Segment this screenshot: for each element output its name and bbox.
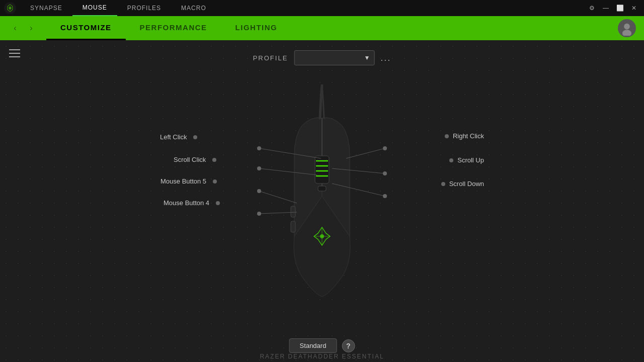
- title-bar-controls: ⚙ — ⬜ ✕: [586, 2, 640, 14]
- menu-line-1: [9, 49, 20, 50]
- svg-point-17: [320, 234, 324, 238]
- device-name: RAZER DEATHADDER ESSENTIAL: [260, 353, 384, 360]
- mouse-button-4-label[interactable]: Mouse Button 4: [164, 198, 220, 207]
- svg-line-22: [259, 191, 297, 203]
- profile-label: PROFILE: [253, 54, 288, 62]
- svg-line-20: [259, 168, 317, 175]
- svg-line-28: [332, 168, 385, 173]
- svg-point-1: [9, 7, 11, 9]
- right-click-label[interactable]: Right Click: [445, 132, 484, 140]
- help-button[interactable]: ?: [342, 339, 355, 352]
- tab-customize[interactable]: CUSTOMIZE: [46, 16, 126, 40]
- title-nav-profiles[interactable]: PROFILES: [117, 0, 171, 16]
- svg-line-30: [332, 184, 385, 196]
- tab-bar: ‹ › CUSTOMIZE PERFORMANCE LIGHTING: [0, 16, 644, 40]
- title-nav-synapse[interactable]: SYNAPSE: [20, 0, 72, 16]
- mouse-button-5-label[interactable]: Mouse Button 5: [160, 176, 217, 186]
- maximize-button[interactable]: ⬜: [614, 2, 626, 14]
- svg-line-24: [259, 212, 297, 214]
- scroll-down-label[interactable]: Scroll Down: [441, 180, 484, 188]
- svg-point-25: [257, 212, 261, 216]
- profile-row: PROFILE ▼ ...: [253, 50, 391, 65]
- title-nav-mouse[interactable]: MOUSE: [72, 0, 117, 16]
- svg-rect-13: [291, 221, 295, 232]
- profile-dropdown[interactable]: ▼: [294, 50, 374, 65]
- svg-rect-12: [291, 206, 295, 217]
- forward-arrow-icon[interactable]: ›: [24, 21, 38, 35]
- nav-arrows: ‹ ›: [8, 21, 38, 35]
- title-bar: SYNAPSE MOUSE PROFILES MACRO ⚙ — ⬜ ✕: [0, 0, 644, 16]
- scroll-up-label[interactable]: Scroll Up: [449, 156, 484, 164]
- svg-point-23: [257, 189, 261, 193]
- razer-logo-icon: [4, 2, 16, 14]
- svg-point-29: [383, 171, 387, 175]
- svg-rect-11: [318, 186, 326, 191]
- title-nav-macro[interactable]: MACRO: [171, 0, 216, 16]
- left-click-label[interactable]: Left Click: [160, 132, 197, 141]
- dropdown-arrow-icon: ▼: [364, 54, 370, 61]
- mouse-area: Left Click Scroll Click Mouse Button 5 M…: [146, 80, 498, 312]
- svg-rect-6: [315, 156, 329, 184]
- main-area: PROFILE ▼ ...: [0, 40, 644, 362]
- svg-line-18: [259, 148, 321, 158]
- close-button[interactable]: ✕: [628, 2, 640, 14]
- menu-icon[interactable]: [9, 49, 20, 57]
- svg-point-19: [257, 146, 261, 150]
- back-arrow-icon[interactable]: ‹: [8, 21, 22, 35]
- svg-point-27: [383, 146, 387, 150]
- svg-point-3: [624, 24, 630, 30]
- svg-marker-14: [314, 227, 330, 245]
- title-bar-left: SYNAPSE MOUSE PROFILES MACRO: [4, 0, 216, 16]
- scroll-click-label[interactable]: Scroll Click: [174, 155, 216, 164]
- title-nav: SYNAPSE MOUSE PROFILES MACRO: [20, 0, 216, 16]
- tab-lighting[interactable]: LIGHTING: [221, 16, 292, 40]
- svg-line-26: [346, 148, 385, 158]
- settings-button[interactable]: ⚙: [586, 2, 598, 14]
- standard-view-button[interactable]: Standard: [289, 338, 337, 353]
- mouse-diagram-svg: [146, 80, 498, 312]
- profile-more-button[interactable]: ...: [380, 53, 391, 63]
- svg-point-31: [383, 194, 387, 198]
- tab-performance[interactable]: PERFORMANCE: [126, 16, 221, 40]
- minimize-button[interactable]: —: [600, 2, 612, 14]
- menu-line-2: [9, 53, 20, 54]
- svg-point-21: [257, 166, 261, 170]
- menu-line-3: [9, 56, 20, 57]
- bottom-bar: Standard ?: [289, 338, 355, 353]
- user-avatar[interactable]: [618, 19, 636, 37]
